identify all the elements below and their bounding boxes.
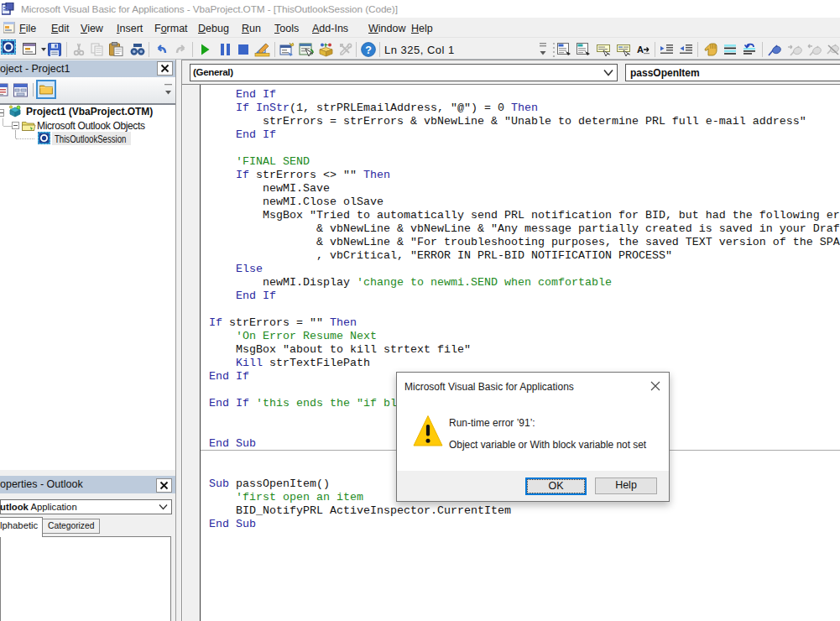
svg-text:A: A — [637, 44, 644, 55]
svg-text:?: ? — [365, 44, 372, 56]
